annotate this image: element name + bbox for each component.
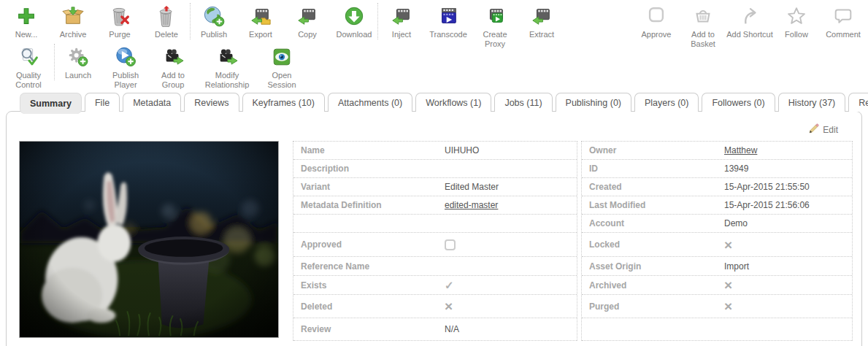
toolbar-button-inject[interactable]: Inject [378,3,425,39]
toolbar-button-add-to-group[interactable]: Add to Group [150,44,196,90]
toolbar-button-label: Download [337,30,372,39]
field-label: Account [582,218,724,228]
export-icon [250,3,272,29]
toolbar-group-social-actions: ApproveAdd to BasketAdd ShortcutFollowCo… [633,3,867,49]
field-row-exists: Exists✓ [293,276,577,295]
field-row-archived: Archived× [582,276,852,295]
toolbar-button-label: Archive [60,30,87,39]
field-row-account: AccountDemo [582,215,852,233]
field-label: Archived [582,280,724,291]
launch-gear-icon [67,44,89,70]
shortcut-icon [739,3,761,29]
field-row-empty [293,215,577,233]
toolbar-button-download[interactable]: Download [331,3,377,39]
extract-icon [531,3,553,29]
tab-history-37[interactable]: History (37) [778,93,846,112]
toolbar-button-add-shortcut[interactable]: Add Shortcut [726,3,773,39]
basket-icon [692,3,714,29]
toolbar-group-secondary-actions: Quality ControlLaunchPublish PlayerAdd t… [3,44,306,90]
toolbar-button-follow[interactable]: Follow [773,3,820,39]
toolbar-button-label: New... [15,30,38,39]
create-proxy-icon [484,3,506,29]
tab-reviews[interactable]: Reviews [184,93,239,112]
archive-icon [62,3,84,29]
tab-keyframes-10[interactable]: Keyframes (10) [242,93,325,112]
new-plus-icon [15,3,37,29]
metadata-definition-link[interactable]: edited-master [445,200,498,210]
field-value: × [724,278,732,292]
tab-references-0[interactable]: References (0) [848,93,868,112]
field-value: × [724,299,732,313]
toolbar-button-copy[interactable]: Copy [284,3,331,39]
tab-summary[interactable]: Summary [20,93,82,114]
toolbar-button-quality-control[interactable]: Quality Control [3,44,54,90]
field-value: Import [724,261,749,272]
owner-link[interactable]: Matthew [724,145,757,155]
tab-publishing-0[interactable]: Publishing (0) [556,93,631,112]
tab-players-0[interactable]: Players (0) [634,93,699,112]
toolbar-button-create-proxy[interactable]: Create Proxy [472,3,518,49]
tab-jobs-11[interactable]: Jobs (11) [494,93,552,112]
toolbar-row-2: Quality ControlLaunchPublish PlayerAdd t… [3,44,867,90]
field-value: UIHUHO [445,145,479,155]
field-label: Asset Origin [582,261,724,272]
field-value: Matthew [724,145,757,155]
download-icon [343,3,365,29]
field-label: ID [582,164,724,174]
field-row-deleted: Deleted× [293,295,577,318]
toolbar-button-launch[interactable]: Launch [55,44,101,80]
field-row-name: NameUIHUHO [293,142,577,160]
add-group-icon [162,44,184,70]
toolbar-button-label: Quality Control [3,71,54,90]
field-value: ✓ [445,279,454,292]
tab-workflows-1[interactable]: Workflows (1) [415,93,491,112]
tab-file[interactable]: File [85,93,120,112]
tab-attachments-0[interactable]: Attachments (0) [328,93,412,112]
field-value [445,239,456,250]
toolbar-button-open-session[interactable]: Open Session [258,44,306,90]
cross-icon: × [724,299,732,313]
edit-button[interactable]: Edit [808,123,838,137]
toolbar-button-label: Transcode [429,30,467,39]
toolbar-button-delete[interactable]: Delete [143,3,190,39]
field-row-asset-origin: Asset OriginImport [582,257,852,276]
field-label: Last Modified [582,200,724,210]
toolbar-button-label: Approve [642,30,672,39]
field-row-variant: VariantEdited Master [293,178,577,196]
toolbar-group-asset-actions: New...ArchivePurgeDeletePublishExportCop… [3,3,565,49]
toolbar-button-archive[interactable]: Archive [50,3,96,39]
tab-metadata[interactable]: Metadata [123,93,181,112]
toolbar-button-purge[interactable]: Purge [96,3,143,39]
field-row-owner: OwnerMatthew [582,142,852,160]
field-label: Variant [293,182,445,192]
toolbar-button-publish[interactable]: Publish [191,3,237,39]
toolbar-button-new[interactable]: New... [3,3,50,39]
field-value: × [724,238,732,252]
comment-icon [832,3,854,29]
toolbar-button-add-to-basket[interactable]: Add to Basket [680,3,726,49]
field-value: edited-master [445,200,498,210]
toolbar-button-modify-relationship[interactable]: Modify Relationship [196,44,258,90]
toolbar-button-label: Extract [529,30,554,39]
field-value: 15-Apr-2015 21:56:06 [724,200,810,210]
field-value: Edited Master [445,182,499,192]
field-label: Owner [582,145,724,155]
toolbar-button-publish-player[interactable]: Publish Player [101,44,150,90]
field-label: Locked [582,239,724,250]
toolbar-button-comment[interactable]: Comment [820,3,867,39]
toolbar-button-label: Copy [298,30,317,39]
tab-followers-0[interactable]: Followers (0) [702,93,775,112]
toolbar-button-approve[interactable]: Approve [633,3,680,39]
toolbar-button-label: Add to Group [150,71,196,90]
toolbar-button-export[interactable]: Export [237,3,284,39]
approved-checkbox[interactable] [445,239,456,250]
summary-panel: Edit [6,111,862,346]
metadata-table-right: OwnerMatthewID13949Created15-Apr-2015 21… [581,141,853,341]
field-row-last-modified: Last Modified15-Apr-2015 21:56:06 [582,196,852,215]
toolbar-button-transcode[interactable]: Transcode [425,3,472,39]
cross-icon: × [724,238,732,252]
toolbar-button-extract[interactable]: Extract [518,3,565,39]
video-thumbnail[interactable] [19,141,279,338]
field-label: Name [293,145,445,155]
field-label: Deleted [293,301,445,312]
